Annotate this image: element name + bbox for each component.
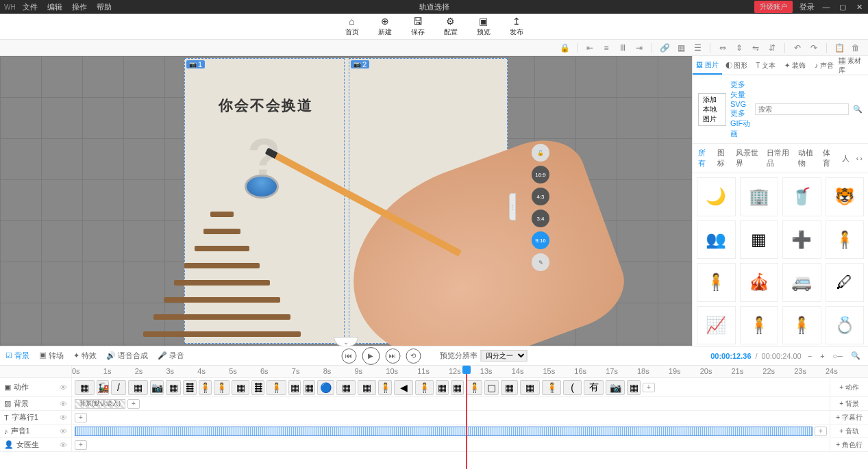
asset-item-6[interactable]: ➕ [782,220,821,259]
canvas-area[interactable]: 📷 1 📷 2 你会不会换道 ? 🔓16:94:33:49:16✎ ⌄ [0,56,692,346]
toolbar-首页[interactable]: ⌂首页 [345,16,359,37]
asset-item-7[interactable]: 🧍 [826,220,865,259]
category-体育[interactable]: 体育 [823,148,835,168]
clip-21[interactable]: ▦ [451,380,464,395]
clip-12[interactable]: ▦ [288,380,301,395]
clip-9[interactable]: ▦ [232,380,249,395]
tab-文本[interactable]: T 文本 [751,56,780,75]
category-风景世界[interactable]: 风景世界 [736,148,760,168]
redo-icon[interactable]: ↷ [807,42,821,54]
layer-icon[interactable]: ☰ [691,42,704,54]
playhead[interactable] [462,366,471,374]
asset-item-1[interactable]: 🏢 [740,177,779,216]
toolbar-配置[interactable]: ⚙配置 [444,16,458,37]
next-button[interactable]: ⏭ [385,348,400,364]
clip-8[interactable]: 🧍 [214,380,230,395]
minimize-button[interactable]: — [821,3,831,11]
category-日常用品[interactable]: 日常用品 [767,148,791,168]
clip-20[interactable]: ▦ [436,380,449,395]
category-所有[interactable]: 所有 [698,148,710,168]
category-图标[interactable]: 图标 [717,148,730,168]
clip-0[interactable]: ▦ [75,380,95,395]
clip-7[interactable]: 🧍 [199,380,212,395]
add-local-image-button[interactable]: 添加本地图片 [698,93,726,126]
search-icon[interactable]: 🔍 [853,105,863,114]
clip-10[interactable]: 🛤 [251,380,264,395]
clip-24[interactable]: ▦ [501,380,518,395]
asset-item-0[interactable]: 🌙 [697,177,736,216]
category-人[interactable]: 人 [842,153,850,164]
add-audio-button[interactable]: + [815,427,827,436]
clip-17[interactable]: 🧍 [378,380,392,395]
play-button[interactable]: ▶ [362,347,380,365]
timeline-ruler[interactable]: 0s1s2s3s4s5s6s7s8s9s10s11s12s13s14s15s16… [72,366,868,377]
track-add-button-2[interactable]: + 字幕行 [830,411,868,424]
track-add-button-4[interactable]: + 角色行 [830,438,868,451]
asset-item-13[interactable]: 🧍 [740,306,779,345]
distribute-h-icon[interactable]: ⇔ [716,42,730,54]
bg-clip[interactable]: 背景(默认淡入) [75,399,125,409]
category-动植物[interactable]: 动植物 [798,148,816,168]
search-input[interactable] [755,103,849,115]
asset-item-5[interactable]: ▦ [740,220,779,259]
align-center-icon[interactable]: ≡ [599,42,613,54]
track-add-button-0[interactable]: + 动作 [830,378,868,396]
toolbar-发布[interactable]: ↥发布 [510,16,523,37]
clip-1[interactable]: 🚂 [97,380,109,395]
align-right-icon[interactable]: ⇥ [632,42,646,54]
resolution-select[interactable]: 四分之一 [480,350,527,362]
clip-19[interactable]: 🧍 [415,380,434,395]
zoom-out-button[interactable]: − [806,352,814,360]
pbtab-转场[interactable]: ▣ 转场 [39,351,64,361]
clip-27[interactable]: ( [563,380,582,395]
clip-30[interactable]: ▦ [627,380,641,395]
lock-icon[interactable]: 🔒 [558,42,571,54]
clip-5[interactable]: ▦ [166,380,181,395]
add-bg-button[interactable]: + [127,399,140,409]
track-add-button-1[interactable]: + 背景 [830,397,868,410]
clip-4[interactable]: 📷 [150,380,164,395]
clip-14[interactable]: 🔵 [317,380,334,395]
clip-23[interactable]: ▢ [484,380,499,395]
clip-29[interactable]: 📷 [606,380,625,395]
visibility-toggle[interactable]: 👁 [60,400,67,408]
pbtab-特效[interactable]: ✦ 特效 [73,351,97,361]
clip-6[interactable]: 🛤 [183,380,197,395]
add-item-button[interactable]: + [75,440,87,450]
zoom-fit-icon[interactable]: 🔍 [849,351,863,360]
visibility-toggle[interactable]: 👁 [60,414,67,422]
audio-clip[interactable] [75,427,813,436]
clip-18[interactable]: ◀ [394,380,413,395]
menu-edit[interactable]: 编辑 [47,2,62,12]
more-svg-link[interactable]: 更多矢量SVG [730,79,751,108]
group-icon[interactable]: ▦ [674,42,688,54]
close-button[interactable]: ✕ [854,3,864,12]
more-gif-link[interactable]: 更多GIF动画 [730,108,751,139]
clip-11[interactable]: 🧍 [266,380,286,395]
prev-button[interactable]: ⏮ [341,348,356,364]
ratio-9:16[interactable]: 9:16 [532,231,549,249]
toolbar-保存[interactable]: 🖫保存 [411,16,425,37]
tab-装饰[interactable]: ✦ 装饰 [780,56,810,75]
menu-file[interactable]: 文件 [23,2,38,12]
canvas-content[interactable]: 📷 1 📷 2 你会不会换道 ? [184,58,508,344]
login-button[interactable]: 登录 [799,2,815,12]
pbtab-语音合成[interactable]: 🔊 语音合成 [106,351,148,361]
clip-2[interactable]: / [111,380,126,395]
delete-icon[interactable]: 🗑 [849,42,863,54]
clip-26[interactable]: 🧍 [542,380,561,395]
paste-icon[interactable]: 📋 [832,42,846,54]
panel-drag-handle[interactable]: ⋮ [509,193,516,220]
distribute-v-icon[interactable]: ⇕ [732,42,746,54]
visibility-toggle[interactable]: 👁 [60,383,67,392]
clip-3[interactable]: ▦ [128,380,148,395]
ratio-4:3[interactable]: 4:3 [532,188,549,205]
ratio-3:4[interactable]: 3:4 [532,210,549,227]
visibility-toggle[interactable]: 👁 [60,427,67,435]
asset-item-4[interactable]: 👥 [697,220,736,259]
visibility-toggle[interactable]: 👁 [60,441,67,449]
clip-25[interactable]: ▦ [520,380,540,395]
pbtab-录音[interactable]: 🎤 录音 [158,351,184,361]
tab-素材库[interactable]: ▦ 素材库 [839,56,868,75]
ratio-🔓[interactable]: 🔓 [532,144,549,162]
